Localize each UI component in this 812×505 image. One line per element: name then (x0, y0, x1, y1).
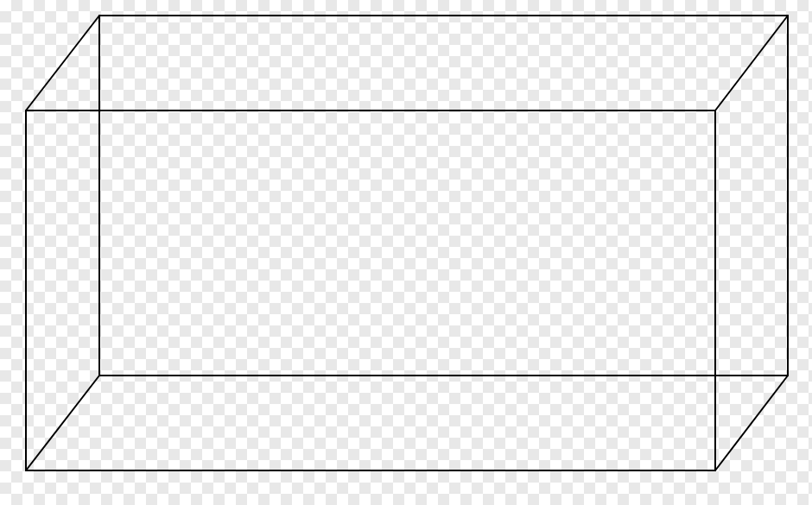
cuboid-edge (26, 376, 99, 470)
cuboid-edge (715, 16, 788, 110)
cuboid-edges (26, 16, 788, 470)
cuboid-edge (26, 16, 99, 110)
cuboid-wireframe (0, 0, 812, 505)
cuboid-edge (715, 376, 788, 470)
